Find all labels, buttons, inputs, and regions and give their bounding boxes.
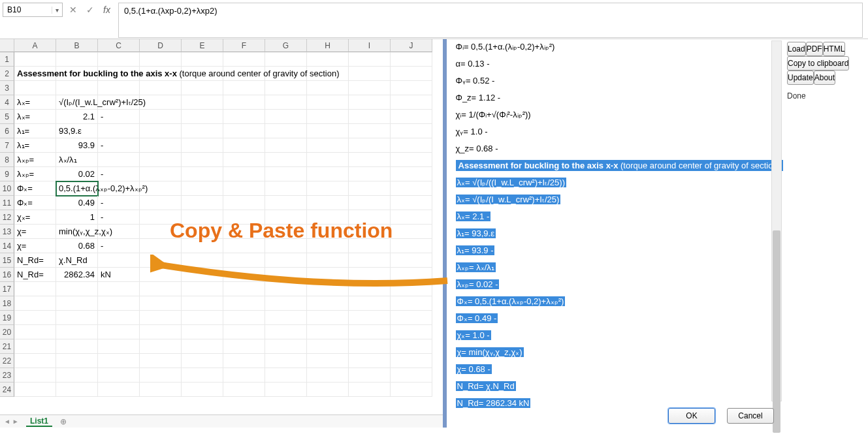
cell-C16[interactable]: kN	[98, 268, 140, 282]
cell-F23[interactable]	[223, 368, 265, 383]
cell-G11[interactable]	[265, 196, 307, 210]
cell-I7[interactable]	[349, 138, 391, 153]
html-button[interactable]: HTML	[823, 42, 846, 56]
cell-G15[interactable]	[265, 253, 307, 268]
cell-J8[interactable]	[391, 153, 432, 167]
output-line-selected[interactable]: χₓ= 1.0 -	[456, 330, 783, 340]
cell-G12[interactable]	[265, 210, 307, 225]
cell-C14[interactable]: -	[98, 239, 140, 253]
cell-A18[interactable]	[14, 296, 56, 311]
cell-H17[interactable]	[307, 282, 349, 296]
cell-D4[interactable]	[140, 95, 182, 110]
cell-H6[interactable]	[307, 124, 349, 138]
col-header-h[interactable]: H	[307, 39, 349, 52]
cell-B23[interactable]	[56, 368, 98, 383]
cell-J6[interactable]	[391, 124, 432, 138]
cell-B8[interactable]: λₓ/λ₁	[56, 153, 98, 167]
cell-B21[interactable]	[56, 339, 98, 354]
output-line[interactable]: Φᵧ= 0.52 -	[456, 76, 783, 86]
cell-I24[interactable]	[349, 383, 391, 397]
cell-I21[interactable]	[349, 339, 391, 354]
output-line-selected[interactable]: λₓ= √(Iₚ/((I_w.L_crw²)+Iₜ/25))	[456, 178, 783, 187]
cell-A24[interactable]	[14, 383, 56, 397]
cell-C24[interactable]	[98, 383, 140, 397]
cell-B13[interactable]: min(χᵧ,χ_z,χₓ)	[56, 225, 98, 239]
output-line-selected[interactable]: λₓₚ= 0.02 -	[456, 279, 783, 289]
cell-C17[interactable]	[98, 282, 140, 296]
cell-G9[interactable]	[265, 167, 307, 181]
cell-B12[interactable]: 1	[56, 210, 98, 225]
cell-D22[interactable]	[140, 354, 182, 368]
cell-E23[interactable]	[182, 368, 223, 383]
cell-J5[interactable]	[391, 110, 432, 124]
cell-E19[interactable]	[182, 311, 223, 325]
cell-F10[interactable]	[223, 181, 265, 196]
cell-I15[interactable]	[349, 253, 391, 268]
cell-J4[interactable]	[391, 95, 432, 110]
output-line-selected[interactable]: χ= min(χᵧ,χ_z,χₓ)	[456, 347, 783, 357]
cell-D17[interactable]	[140, 282, 182, 296]
row-header[interactable]: 21	[0, 339, 14, 354]
cell-E11[interactable]	[182, 196, 223, 210]
cell-B22[interactable]	[56, 354, 98, 368]
cell-C22[interactable]	[98, 354, 140, 368]
cell-D9[interactable]	[140, 167, 182, 181]
output-scrollbar[interactable]	[771, 40, 782, 401]
cell-F20[interactable]	[223, 325, 265, 339]
cell-A9[interactable]: λₓₚ=	[14, 167, 56, 181]
cell-F9[interactable]	[223, 167, 265, 181]
cell-E22[interactable]	[182, 354, 223, 368]
col-header-d[interactable]: D	[140, 39, 182, 52]
cell-C8[interactable]	[98, 153, 140, 167]
cell-J16[interactable]	[391, 268, 432, 282]
cell-A5[interactable]: λₓ=	[14, 110, 56, 124]
output-section-header[interactable]: Assessment for buckling to the axis x-x …	[456, 161, 783, 170]
cell-B3[interactable]	[56, 81, 98, 95]
cell-D7[interactable]	[140, 138, 182, 153]
cell-C5[interactable]: -	[98, 110, 140, 124]
cell-F15[interactable]	[223, 253, 265, 268]
row-header[interactable]: 2	[0, 67, 14, 81]
cell-H5[interactable]	[307, 110, 349, 124]
cell-G19[interactable]	[265, 311, 307, 325]
cell-C11[interactable]: -	[98, 196, 140, 210]
cell-H24[interactable]	[307, 383, 349, 397]
add-sheet-icon[interactable]: ⊕	[60, 417, 67, 426]
cell-H14[interactable]	[307, 239, 349, 253]
cell-F4[interactable]	[223, 95, 265, 110]
cell-G4[interactable]	[265, 95, 307, 110]
cell-I14[interactable]	[349, 239, 391, 253]
row-header[interactable]: 18	[0, 296, 14, 311]
cell-I13[interactable]	[349, 225, 391, 239]
cell-D16[interactable]	[140, 268, 182, 282]
cell-H1[interactable]	[307, 52, 349, 67]
update-button[interactable]: Update	[787, 70, 814, 85]
cell-D12[interactable]	[140, 210, 182, 225]
cell-A3[interactable]	[14, 81, 56, 95]
cell-A19[interactable]	[14, 311, 56, 325]
output-line-selected[interactable]: λ₁= 93.9 -	[456, 245, 783, 255]
cell-A8[interactable]: λₓₚ=	[14, 153, 56, 167]
cell-G18[interactable]	[265, 296, 307, 311]
cell-J21[interactable]	[391, 339, 432, 354]
cell-F11[interactable]	[223, 196, 265, 210]
col-header-a[interactable]: A	[14, 39, 56, 52]
cell-I16[interactable]	[349, 268, 391, 282]
cell-J19[interactable]	[391, 311, 432, 325]
cell-B1[interactable]	[56, 52, 98, 67]
cell-A14[interactable]: χ=	[14, 239, 56, 253]
cell-I17[interactable]	[349, 282, 391, 296]
cell-C19[interactable]	[98, 311, 140, 325]
row-header[interactable]: 23	[0, 368, 14, 383]
cell-A10[interactable]: Φₓ=	[14, 181, 56, 196]
cell-G17[interactable]	[265, 282, 307, 296]
cell-E18[interactable]	[182, 296, 223, 311]
cell-A23[interactable]	[14, 368, 56, 383]
cell-J20[interactable]	[391, 325, 432, 339]
cell-A1[interactable]	[14, 52, 56, 67]
cell-F18[interactable]	[223, 296, 265, 311]
cell-J15[interactable]	[391, 253, 432, 268]
cell-F19[interactable]	[223, 311, 265, 325]
cell-G3[interactable]	[265, 81, 307, 95]
output-line[interactable]: Φ_z= 1.12 -	[456, 93, 783, 102]
